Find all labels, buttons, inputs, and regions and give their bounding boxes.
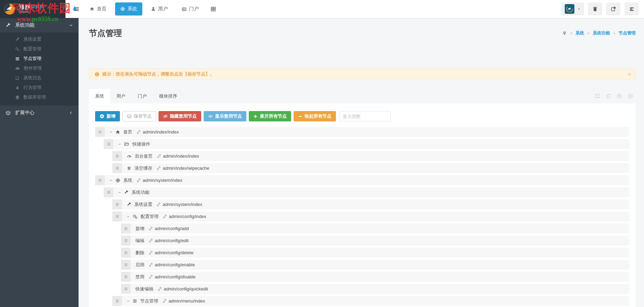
node-link[interactable]: admin/config/quickedit: [157, 286, 208, 291]
drag-handle-icon[interactable]: [121, 236, 131, 246]
collapse-toggle[interactable]: [127, 300, 130, 303]
add-node-button[interactable]: 新增: [95, 111, 120, 121]
collapse-toggle[interactable]: [110, 179, 112, 182]
drag-handle-icon[interactable]: [112, 151, 122, 161]
node-link[interactable]: admin/config/disable: [149, 274, 196, 279]
node-link[interactable]: admin/config/edit: [149, 238, 188, 243]
avatar-button[interactable]: [562, 3, 584, 15]
tip-alert: 提示：按住表头可拖动节点，调整后点击【保存节点】。 ×: [89, 68, 636, 80]
brand-logo[interactable]: 海豚PHP Dolphin 河东软件园 www.pc0359.cn: [0, 0, 65, 18]
sidebar-toggle-button[interactable]: [70, 3, 83, 15]
drag-handle-icon[interactable]: [95, 175, 105, 185]
link-icon: [149, 275, 153, 279]
node-link[interactable]: admin/menu/index: [162, 298, 205, 304]
sidebar-item-attachments[interactable]: 附件管理: [0, 63, 79, 73]
top-navbar: 海豚PHP Dolphin 河东软件园 www.pc0359.cn 首页 系统 …: [0, 0, 644, 18]
node-label: 系统: [123, 177, 132, 184]
drag-handle-icon[interactable]: [121, 260, 131, 270]
clear-cache-button[interactable]: [588, 3, 602, 15]
nav-item-portal[interactable]: 门户: [176, 2, 204, 16]
collapse-all-nodes-button[interactable]: 收起所有节点: [294, 111, 336, 121]
node-url: admin/config/quickedit: [164, 286, 208, 291]
breadcrumb-link-system-functions[interactable]: 系统功能: [593, 30, 610, 36]
node-url: admin/config/edit: [155, 238, 188, 243]
drag-handle-icon[interactable]: [112, 211, 122, 221]
collapse-toggle[interactable]: [110, 131, 112, 133]
collapse-toggle[interactable]: [118, 191, 121, 194]
expand-all-nodes-button[interactable]: 展开所有节点: [249, 111, 291, 121]
node-url: admin/config/delete: [155, 250, 194, 255]
nav-item-system[interactable]: 系统: [115, 2, 142, 16]
modules-grid-button[interactable]: [207, 3, 219, 15]
top-nav-menu: 首页 系统 用户 门户: [65, 0, 219, 18]
node-link[interactable]: admin/index/index: [136, 129, 179, 135]
breadcrumb-link-node-management[interactable]: 节点管理: [619, 30, 636, 36]
alert-close-button[interactable]: ×: [628, 69, 631, 80]
bug-icon: [15, 86, 20, 90]
list-icon: [15, 57, 20, 61]
drag-handle-icon[interactable]: [121, 248, 131, 258]
check-circle-icon: [127, 114, 132, 119]
nav-item-user[interactable]: 用户: [146, 2, 173, 16]
sidebar-section-system-functions[interactable]: 系统功能: [0, 18, 79, 32]
node-label: 编辑: [135, 238, 144, 244]
expand-panel-icon[interactable]: [595, 93, 600, 99]
node-link[interactable]: admin/index/index: [157, 154, 199, 159]
node-link[interactable]: admin/index/wipecache: [156, 166, 209, 171]
show-disabled-nodes-button[interactable]: 显示禁用节点: [204, 111, 246, 121]
node-label: 首页: [123, 129, 132, 135]
caret-down-icon: [577, 7, 581, 11]
node-url: admin/system/index: [163, 202, 202, 207]
hide-disabled-nodes-button[interactable]: 隐藏禁用节点: [159, 111, 201, 121]
drag-handle-icon[interactable]: [104, 139, 113, 149]
quick-menu-button[interactable]: [625, 3, 638, 15]
drag-handle-icon[interactable]: [121, 272, 131, 282]
collapse-toggle[interactable]: [118, 143, 121, 146]
drag-handle-icon[interactable]: [112, 163, 122, 173]
drag-handle-icon[interactable]: [112, 296, 122, 306]
external-link-icon: [611, 6, 616, 12]
sidebar-section-extensions[interactable]: 扩展中心: [0, 106, 79, 120]
sidebar-item-node-management[interactable]: 节点管理: [0, 54, 79, 63]
breadcrumb-link-system[interactable]: 系统: [575, 30, 584, 36]
node-link[interactable]: admin/config/index: [163, 214, 206, 219]
collapse-toggle[interactable]: [127, 215, 130, 218]
drag-handle-icon[interactable]: [104, 187, 113, 197]
tab-system[interactable]: 系统: [89, 89, 110, 103]
node-link[interactable]: admin/config/delete: [149, 250, 194, 255]
node-url: admin/system/index: [143, 178, 182, 183]
sidebar-item-behavior[interactable]: 行为管理: [0, 83, 79, 92]
drag-handle-icon[interactable]: [121, 224, 131, 234]
collapse-panel-icon[interactable]: [617, 93, 622, 99]
display-layers-input[interactable]: [339, 111, 391, 121]
plus-icon: [253, 114, 258, 119]
drag-handle-icon[interactable]: [112, 199, 122, 209]
drag-handle-icon[interactable]: [95, 127, 105, 137]
tree-row: 系统设置 admin/system/index: [112, 199, 630, 209]
home-icon: [90, 7, 94, 11]
node-link[interactable]: admin/system/index: [136, 178, 182, 183]
nav-item-home[interactable]: 首页: [84, 2, 112, 16]
drag-handle-icon[interactable]: [121, 284, 131, 294]
sidebar-item-system-logs[interactable]: 系统日志: [0, 73, 79, 83]
node-link[interactable]: admin/config/enable: [149, 262, 195, 267]
node-url: admin/config/add: [155, 226, 189, 231]
node-icon: [124, 141, 129, 147]
node-link[interactable]: admin/config/add: [149, 226, 189, 231]
node-link[interactable]: admin/system/index: [156, 202, 202, 207]
link-icon: [156, 202, 161, 207]
eye-slash-icon: [163, 114, 168, 119]
sidebar-item-config[interactable]: 配置管理: [0, 44, 79, 54]
sidebar-item-database[interactable]: 数据库管理: [0, 92, 79, 102]
save-nodes-button[interactable]: 保存节点: [122, 111, 156, 121]
fullscreen-button[interactable]: [606, 3, 620, 15]
tab-module-sort[interactable]: 模块排序: [153, 89, 183, 103]
tip-alert-text: 提示：按住表头可拖动节点，调整后点击【保存节点】。: [102, 71, 214, 77]
refresh-panel-icon[interactable]: [606, 93, 611, 99]
tab-portal[interactable]: 门户: [132, 89, 153, 103]
close-panel-icon[interactable]: [628, 93, 633, 99]
sidebar-item-system-settings[interactable]: 系统设置: [0, 34, 79, 44]
tab-user[interactable]: 用户: [110, 89, 132, 103]
node-url: admin/index/wipecache: [163, 166, 209, 171]
node-toolbar: 新增 保存节点 隐藏禁用节点 显示禁用节点 展开所有节点: [95, 111, 630, 121]
